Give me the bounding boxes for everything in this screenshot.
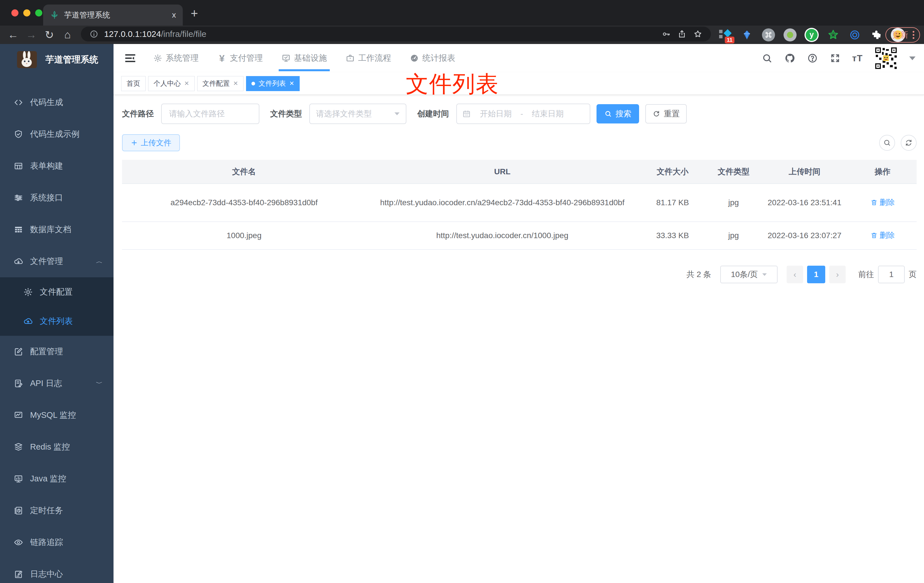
sidebar-item-db-doc[interactable]: 数据库文档 <box>0 214 114 246</box>
top-nav-payment[interactable]: ¥ 支付管理 <box>218 44 263 73</box>
tag-file-config[interactable]: 文件配置 ✕ <box>197 76 244 91</box>
table-row: a294ecb2-73dd-4353-bf40-296b8931d0bf htt… <box>122 184 917 222</box>
extension-puzzle-icon[interactable] <box>869 28 884 42</box>
window-controls <box>12 9 42 17</box>
search-icon[interactable] <box>761 53 773 64</box>
sidebar-item-file-list[interactable]: 文件列表 <box>0 307 114 336</box>
logo-row[interactable]: 芋道管理系统 <box>0 44 114 75</box>
extension-gem-icon[interactable] <box>739 28 754 42</box>
avatar-caret-icon[interactable] <box>909 56 916 60</box>
new-tab-button[interactable]: + <box>191 6 198 20</box>
file-type-select[interactable]: 请选择文件类型 <box>309 104 406 124</box>
home-icon[interactable]: ⌂ <box>58 29 77 41</box>
file-path-label: 文件路径 <box>122 109 154 119</box>
sidebar-item-scheduled-jobs[interactable]: 定时任务 <box>0 495 114 527</box>
tags-bar: 首页 个人中心 ✕ 文件配置 ✕ 文件列表 ✕ 文件列表 <box>114 73 924 95</box>
top-nav-system[interactable]: 系统管理 <box>153 44 199 73</box>
page-size-select[interactable]: 10条/页 <box>720 266 777 283</box>
extension-pin-icon[interactable]: 11 <box>718 28 733 42</box>
search-button[interactable]: 搜索 <box>597 104 639 124</box>
extension-command-icon[interactable] <box>761 28 776 42</box>
top-nav-label: 工作流程 <box>358 53 391 64</box>
reset-button[interactable]: 重置 <box>645 104 687 124</box>
reload-icon[interactable]: ↻ <box>40 29 58 41</box>
browser-menu-icon[interactable] <box>912 31 914 39</box>
top-nav-reports[interactable]: 统计报表 <box>410 44 455 73</box>
window-minimize-button[interactable] <box>23 9 30 17</box>
sidebar-item-code-gen-demo[interactable]: 代码生成示例 <box>0 118 114 150</box>
delete-button[interactable]: 删除 <box>870 197 895 208</box>
extension-star-icon[interactable] <box>826 28 841 42</box>
tag-profile[interactable]: 个人中心 ✕ <box>148 76 195 91</box>
goto-page-input[interactable] <box>878 266 905 283</box>
help-icon[interactable] <box>807 53 818 64</box>
sidebar-item-label: 链路追踪 <box>30 537 63 548</box>
top-nav-infrastructure[interactable]: 基础设施 <box>282 44 327 73</box>
top-nav-label: 系统管理 <box>166 53 199 64</box>
top-nav-workflow[interactable]: 工作流程 <box>346 44 391 73</box>
window-zoom-button[interactable] <box>35 9 42 17</box>
active-tag-dot <box>251 82 255 86</box>
eye-icon <box>13 538 23 547</box>
delete-button[interactable]: 删除 <box>870 230 895 240</box>
file-path-input[interactable] <box>161 104 259 124</box>
tab-close-icon[interactable]: x <box>172 10 176 20</box>
gear-icon <box>23 287 33 297</box>
next-page-button[interactable]: › <box>829 266 846 283</box>
extension-y-icon[interactable]: y <box>804 28 819 42</box>
end-date-input[interactable] <box>525 109 570 118</box>
sidebar-item-log-center[interactable]: 日志中心 <box>0 558 114 583</box>
sidebar-item-system-api[interactable]: 系统接口 <box>0 182 114 214</box>
address-bar[interactable]: 127.0.0.1:1024/infra/file/file <box>81 27 711 41</box>
font-size-icon[interactable]: ᴛT <box>852 53 863 64</box>
sidebar-item-form-builder[interactable]: 表单构建 <box>0 150 114 182</box>
grid-icon <box>13 225 23 235</box>
tag-close-icon[interactable]: ✕ <box>289 80 294 87</box>
extension-dot-icon[interactable] <box>783 28 797 42</box>
site-info-icon[interactable] <box>88 28 100 40</box>
tag-file-list[interactable]: 文件列表 ✕ <box>246 76 300 91</box>
sidebar-item-config-management[interactable]: 配置管理 <box>0 336 114 368</box>
sidebar-item-redis-monitor[interactable]: Redis 监控 <box>0 431 114 463</box>
avatar[interactable] <box>874 46 898 70</box>
monitor-icon <box>13 474 23 484</box>
share-icon[interactable] <box>676 28 688 40</box>
tag-close-icon[interactable]: ✕ <box>184 80 189 87</box>
cell-upload-time: 2022-03-16 23:51:41 <box>761 198 848 207</box>
window-close-button[interactable] <box>12 9 18 17</box>
bookmark-star-icon[interactable] <box>692 28 703 40</box>
upload-button-label: 上传文件 <box>141 138 172 148</box>
sidebar-item-file-config[interactable]: 文件配置 <box>0 277 114 307</box>
sidebar-item-api-log[interactable]: API 日志 ﹀ <box>0 368 114 400</box>
show-search-icon[interactable] <box>879 135 895 151</box>
delete-label: 删除 <box>879 230 895 240</box>
current-page-button[interactable]: 1 <box>807 266 825 283</box>
browser-update-button[interactable]: 更新 <box>885 27 920 43</box>
start-date-input[interactable] <box>474 109 518 118</box>
tag-home[interactable]: 首页 <box>121 76 145 91</box>
forward-icon[interactable]: → <box>22 29 40 41</box>
tag-close-icon[interactable]: ✕ <box>233 80 238 87</box>
sidebar-item-label: Java 监控 <box>30 473 66 484</box>
sidebar-item-tracing[interactable]: 链路追踪 <box>0 527 114 558</box>
sidebar-item-file-management[interactable]: 文件管理 ︿ <box>0 246 114 277</box>
cell-file-name: 1000.jpeg <box>122 231 366 240</box>
browser-tab[interactable]: 芋道管理系统 x <box>43 5 183 26</box>
date-range-picker[interactable]: - <box>456 104 590 124</box>
sidebar-item-mysql-monitor[interactable]: MySQL 监控 <box>0 400 114 431</box>
fullscreen-icon[interactable] <box>830 53 841 64</box>
browser-tabstrip: 芋道管理系统 x + <box>0 0 924 26</box>
file-management-submenu: 文件配置 文件列表 <box>0 277 114 336</box>
prev-page-button[interactable]: ‹ <box>787 266 803 283</box>
sidebar-collapse-icon[interactable] <box>124 52 137 65</box>
sidebar-item-label: 代码生成 <box>30 97 63 108</box>
sidebar-item-java-monitor[interactable]: Java 监控 <box>0 463 114 495</box>
sidebar-item-code-gen[interactable]: 代码生成 <box>0 87 114 118</box>
extension-eye-icon[interactable] <box>847 28 862 42</box>
refresh-icon[interactable] <box>901 135 917 151</box>
password-key-icon[interactable] <box>660 28 672 40</box>
github-icon[interactable] <box>784 53 795 64</box>
gear-icon <box>153 54 162 63</box>
back-icon[interactable]: ← <box>4 29 22 41</box>
upload-file-button[interactable]: 上传文件 <box>122 134 180 151</box>
